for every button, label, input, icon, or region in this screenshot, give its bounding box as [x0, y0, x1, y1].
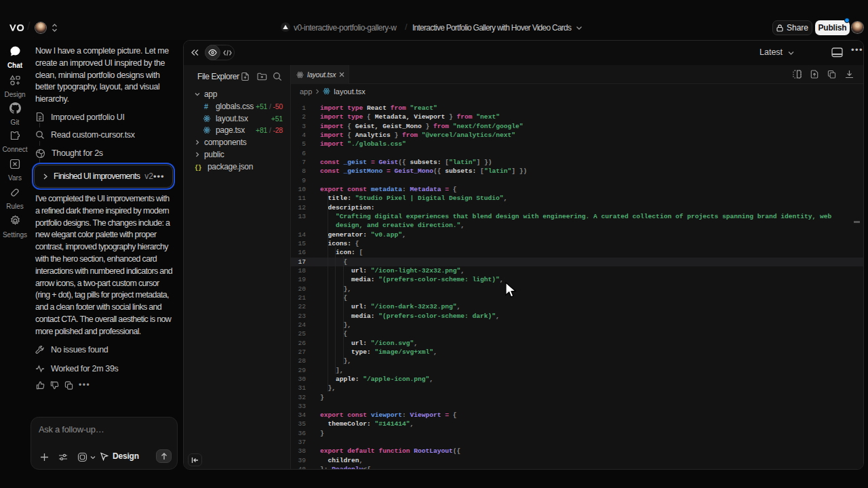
svg-text:#: #	[204, 102, 208, 110]
svg-text:{}: {}	[195, 164, 201, 171]
